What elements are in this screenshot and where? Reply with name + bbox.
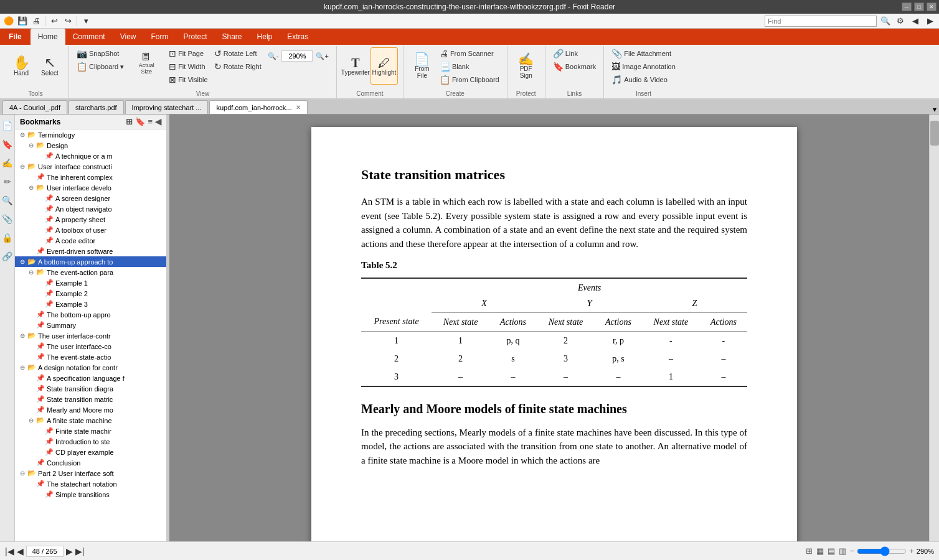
prev-page-button[interactable]: ◀: [17, 546, 24, 556]
tree-item[interactable]: 📌The inherent complex: [15, 172, 166, 182]
link-button[interactable]: 🔗 Link: [550, 47, 599, 60]
scrollbar[interactable]: [929, 114, 939, 541]
search-panel-tool[interactable]: 🔍: [1, 192, 14, 209]
tree-item[interactable]: 📌State transition diagra: [15, 383, 166, 394]
from-file-button[interactable]: 📄 FromFile: [408, 47, 436, 85]
tab-form[interactable]: Form: [144, 29, 176, 45]
tree-item[interactable]: ⊖📂User interface develo: [15, 182, 166, 193]
typewriter-button[interactable]: T Typewriter: [342, 47, 369, 85]
nav-forward-button[interactable]: ▶: [924, 15, 937, 27]
zoom-in-button[interactable]: 🔍+: [313, 50, 331, 62]
tree-item[interactable]: 📌CD player example: [15, 447, 166, 457]
tree-toggle[interactable]: ⊖: [29, 142, 36, 149]
tree-toggle[interactable]: ⊖: [20, 258, 27, 265]
bookmark-button[interactable]: 🔖 Bookmark: [550, 60, 599, 73]
doc-tab-kupdf[interactable]: kupdf.com_ian-horrock... ✕: [209, 100, 307, 114]
page-thumbnail-tool[interactable]: 📄: [1, 117, 14, 134]
zoom-out-status[interactable]: −: [850, 546, 855, 556]
scrollbar-thumb[interactable]: [930, 121, 939, 146]
sidebar-collapse-button[interactable]: ◀: [155, 117, 161, 126]
annotation-tool[interactable]: ✏: [1, 173, 14, 190]
sidebar-bookmark-add[interactable]: 🔖: [135, 117, 145, 126]
settings-button[interactable]: ⚙: [894, 15, 907, 27]
tree-item[interactable]: 📌Example 2: [15, 288, 166, 299]
zoom-out-button[interactable]: 🔍-: [265, 50, 281, 62]
tab-extras[interactable]: Extras: [280, 29, 316, 45]
undo-button[interactable]: ↩: [48, 15, 60, 27]
tree-item[interactable]: 📌The event-state-actio: [15, 352, 166, 362]
tree-item[interactable]: ⊖📂A design notation for contr: [15, 362, 166, 373]
tree-item[interactable]: 📌Simple transitions: [15, 489, 166, 500]
from-clipboard-button[interactable]: 📋 From Clipboard: [437, 73, 502, 86]
pdf-sign-button[interactable]: ✍ PDFSign: [512, 47, 540, 85]
image-annotation-button[interactable]: 🖼 Image Annotation: [609, 60, 678, 73]
tree-item[interactable]: 📌Mearly and Moore mo: [15, 404, 166, 415]
tabs-overflow-button[interactable]: ▾: [933, 105, 937, 114]
tree-item[interactable]: 📌The user interface-co: [15, 341, 166, 352]
zoom-slider[interactable]: [857, 546, 907, 556]
zoom-input[interactable]: [281, 50, 313, 62]
tree-toggle[interactable]: ⊖: [20, 364, 27, 371]
fit-width-button[interactable]: ⊟ Fit Width: [166, 60, 210, 73]
tree-item[interactable]: 📌Conclusion: [15, 457, 166, 468]
search-button[interactable]: 🔍: [879, 15, 892, 27]
tab-help[interactable]: Help: [250, 29, 280, 45]
tree-item[interactable]: 📌Event-driven software: [15, 246, 166, 256]
minimize-button[interactable]: ─: [902, 2, 912, 11]
tree-item[interactable]: 📌A toolbox of user: [15, 225, 166, 235]
attach-tool[interactable]: 📎: [1, 210, 14, 228]
tree-item[interactable]: ⊖📂Terminology: [15, 129, 166, 140]
tab-home[interactable]: Home: [31, 29, 65, 45]
next-page-button[interactable]: ▶: [66, 546, 73, 556]
bookmark-panel-tool[interactable]: 🔖: [1, 136, 14, 153]
view-mode-3[interactable]: ▤: [828, 546, 835, 556]
doc-tab-kupdf-close[interactable]: ✕: [296, 104, 301, 111]
view-mode-1[interactable]: ⊞: [806, 546, 813, 556]
tree-item[interactable]: ⊖📂Design: [15, 140, 166, 151]
zoom-in-status[interactable]: +: [909, 546, 914, 556]
tree-item[interactable]: 📌State transition matric: [15, 394, 166, 404]
last-page-button[interactable]: ▶|: [75, 546, 85, 556]
clipboard-button[interactable]: 📋 Clipboard ▾: [74, 60, 126, 73]
tree-item[interactable]: 📌The statechart notation: [15, 478, 166, 489]
first-page-button[interactable]: |◀: [5, 546, 14, 556]
doc-tab-starcharts[interactable]: starcharts.pdf: [68, 100, 124, 114]
tree-item[interactable]: 📌A code editor: [15, 235, 166, 246]
tree-item[interactable]: ⊖📂User interface constructi: [15, 161, 166, 172]
tree-item[interactable]: 📌A specification language f: [15, 373, 166, 383]
view-mode-4[interactable]: ▥: [839, 546, 846, 556]
tree-item[interactable]: 📌Finite state machir: [15, 426, 166, 436]
tree-toggle[interactable]: ⊖: [20, 332, 27, 339]
view-mode-2[interactable]: ▦: [816, 546, 824, 556]
tree-item[interactable]: 📌Summary: [15, 320, 166, 330]
blank-button[interactable]: 📃 Blank: [437, 60, 502, 73]
tree-item[interactable]: 📌A technique or a m: [15, 151, 166, 161]
tree-item[interactable]: 📌Example 1: [15, 278, 166, 288]
tree-item[interactable]: 📌Introduction to ste: [15, 436, 166, 447]
rotate-right-button[interactable]: ↻ Rotate Right: [212, 60, 264, 73]
link-panel-tool[interactable]: 🔗: [1, 248, 14, 265]
tree-toggle[interactable]: ⊖: [20, 131, 27, 138]
redo-button[interactable]: ↪: [62, 15, 74, 27]
tab-comment[interactable]: Comment: [65, 29, 113, 45]
tab-share[interactable]: Share: [215, 29, 250, 45]
tree-item[interactable]: 📌A property sheet: [15, 214, 166, 225]
nav-back-button[interactable]: ◀: [909, 15, 922, 27]
tree-toggle[interactable]: ⊖: [29, 417, 36, 424]
print-button[interactable]: 🖨: [30, 15, 42, 27]
tree-toggle[interactable]: ⊖: [29, 184, 36, 191]
search-input[interactable]: [765, 16, 877, 27]
page-input[interactable]: [26, 546, 64, 557]
tab-view[interactable]: View: [113, 29, 144, 45]
maximize-button[interactable]: □: [914, 2, 924, 11]
pdf-viewer[interactable]: State transition matrices An STM is a ta…: [169, 114, 939, 541]
lock-tool[interactable]: 🔒: [1, 229, 14, 246]
tree-toggle[interactable]: ⊖: [20, 163, 27, 170]
tree-item[interactable]: 📌The bottom-up appro: [15, 309, 166, 320]
tree-toggle[interactable]: ⊖: [20, 470, 27, 477]
doc-tab-statechart[interactable]: Improving statechart ...: [125, 100, 209, 114]
fit-page-button[interactable]: ⊡ Fit Page: [166, 47, 210, 60]
tree-item[interactable]: ⊖📂The user interface-contr: [15, 330, 166, 341]
sidebar-more-button[interactable]: ≡: [148, 117, 153, 126]
snapshot-button[interactable]: 📷 SnapShot: [74, 47, 126, 60]
